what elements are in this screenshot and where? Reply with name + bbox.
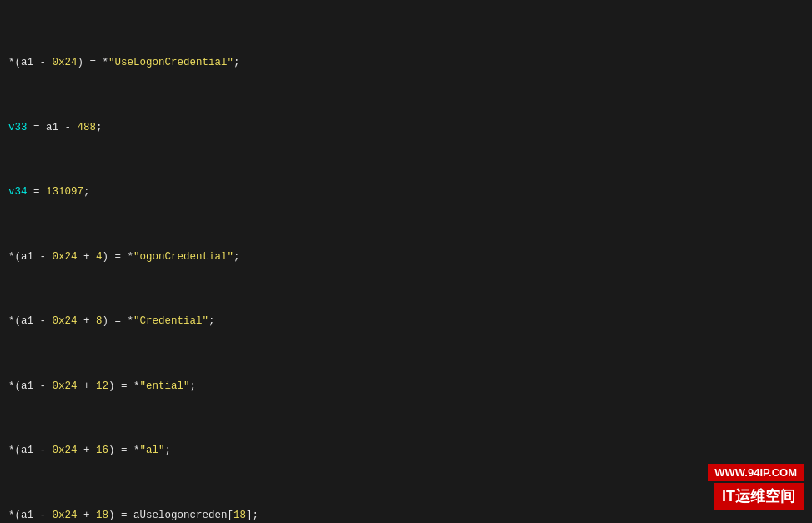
watermark-title: IT运维空间 <box>714 483 804 510</box>
code-line-6: *(a1 - 0x24 + 12) = *"ential"; <box>8 379 804 395</box>
code-line-2: v33 = a1 - 488; <box>8 120 804 136</box>
code-line-7: *(a1 - 0x24 + 16) = *"al"; <box>8 443 804 459</box>
code-block: *(a1 - 0x24) = *"UseLogonCredential"; v3… <box>0 0 812 523</box>
watermark-url: WWW.94IP.COM <box>708 464 804 481</box>
code-line-3: v34 = 131097; <box>8 184 804 200</box>
code-line-1: *(a1 - 0x24) = *"UseLogonCredential"; <box>8 55 804 71</box>
code-line-5: *(a1 - 0x24 + 8) = *"Credential"; <box>8 314 804 329</box>
watermark: WWW.94IP.COM IT运维空间 <box>708 464 804 510</box>
code-line-8: *(a1 - 0x24 + 18) = aUselogoncreden[18]; <box>8 508 804 523</box>
code-line-4: *(a1 - 0x24 + 4) = *"ogonCredential"; <box>8 249 804 265</box>
